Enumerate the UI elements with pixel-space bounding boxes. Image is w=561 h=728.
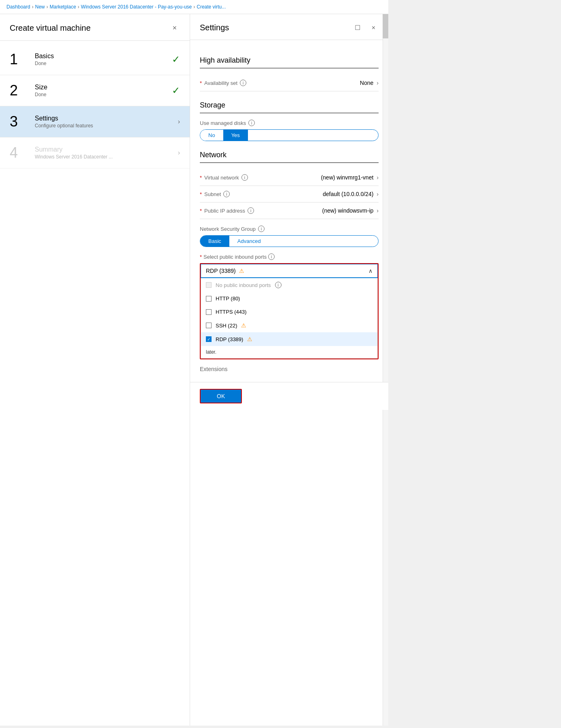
subnet-row[interactable]: * Subnet i default (10.0.0.0/24) › bbox=[200, 186, 379, 203]
step-1-check-icon: ✓ bbox=[172, 54, 180, 65]
virtual-network-value-text: (new) winvmrg1-vnet bbox=[321, 174, 373, 181]
breadcrumb: Dashboard › New › Marketplace › Windows … bbox=[0, 0, 388, 14]
managed-disks-toggle: No Yes bbox=[200, 129, 379, 141]
high-availability-section: High availability * Availability set i N… bbox=[200, 56, 379, 91]
checkbox-ssh bbox=[206, 323, 212, 328]
availability-set-label: * Availability set i bbox=[200, 80, 246, 86]
right-panel: Settings ☐ × High availability * Availab… bbox=[190, 14, 388, 726]
step-4-summary: 4 Summary Windows Server 2016 Datacenter… bbox=[0, 137, 190, 169]
subnet-value: default (10.0.0.0/24) › bbox=[323, 191, 379, 197]
rdp-warning-icon: ⚠ bbox=[247, 336, 252, 342]
breadcrumb-sep-1: › bbox=[32, 4, 34, 10]
breadcrumb-product[interactable]: Windows Server 2016 Datacenter - Pay-as-… bbox=[81, 4, 192, 10]
dropdown-item-none-info-icon[interactable]: i bbox=[275, 282, 282, 288]
scroll-thumb[interactable] bbox=[383, 14, 388, 38]
checkbox-none bbox=[206, 282, 212, 288]
network-section: Network * Virtual network i (new) winvmr… bbox=[200, 151, 379, 359]
availability-set-label-text: Availability set bbox=[204, 80, 237, 86]
step-1-basics[interactable]: 1 Basics Done ✓ bbox=[0, 44, 190, 75]
virtual-network-required-star: * bbox=[200, 175, 202, 181]
subnet-label-text: Subnet bbox=[204, 191, 221, 197]
maximize-button[interactable]: ☐ bbox=[351, 22, 364, 33]
public-ip-value: (new) windowsvm-ip › bbox=[322, 207, 379, 214]
step-2-subtitle: Done bbox=[35, 92, 169, 97]
dropdown-item-https[interactable]: HTTPS (443) bbox=[201, 305, 377, 319]
storage-title: Storage bbox=[200, 101, 379, 113]
breadcrumb-marketplace[interactable]: Marketplace bbox=[50, 4, 76, 10]
inbound-ports-label: * Select public inbound ports i bbox=[200, 253, 379, 260]
breadcrumb-create[interactable]: Create virtu... bbox=[197, 4, 226, 10]
inbound-ports-section: * Select public inbound ports i RDP (338… bbox=[200, 253, 379, 359]
breadcrumb-dashboard[interactable]: Dashboard bbox=[6, 4, 30, 10]
dropdown-selected-value: RDP (3389) ⚠ bbox=[206, 268, 244, 274]
checkbox-https bbox=[206, 309, 212, 315]
ok-button[interactable]: OK bbox=[200, 389, 242, 403]
checkbox-http bbox=[206, 296, 212, 302]
subnet-required-star: * bbox=[200, 191, 202, 197]
dropdown-selected-text: RDP (3389) bbox=[206, 268, 236, 274]
step-1-info: Basics Done bbox=[35, 53, 169, 66]
right-panel-title: Settings bbox=[200, 23, 229, 32]
right-panel-header: Settings ☐ × bbox=[190, 14, 388, 40]
extensions-label: Extensions bbox=[200, 359, 379, 376]
header-actions: ☐ × bbox=[351, 22, 379, 33]
checkbox-rdp: ✓ bbox=[206, 336, 212, 342]
step-2-size[interactable]: 2 Size Done ✓ bbox=[0, 75, 190, 106]
main-container: Create virtual machine × 1 Basics Done ✓… bbox=[0, 14, 388, 726]
dropdown-item-ssh[interactable]: SSH (22) ⚠ bbox=[201, 319, 377, 332]
availability-set-row[interactable]: * Availability set i None › bbox=[200, 75, 379, 91]
availability-set-info-icon[interactable]: i bbox=[240, 80, 246, 86]
inbound-ports-dropdown-header[interactable]: RDP (3389) ⚠ ∧ bbox=[201, 264, 378, 278]
public-ip-info-icon[interactable]: i bbox=[248, 207, 254, 214]
dropdown-warning-icon: ⚠ bbox=[239, 268, 244, 274]
nsg-info-icon[interactable]: i bbox=[258, 226, 265, 232]
ssh-warning-icon: ⚠ bbox=[241, 322, 246, 329]
subnet-info-icon[interactable]: i bbox=[223, 191, 230, 197]
nsg-toggle-group: Basic Advanced bbox=[200, 235, 379, 247]
step-4-subtitle: Windows Server 2016 Datacenter ... bbox=[35, 154, 175, 160]
steps-container: 1 Basics Done ✓ 2 Size Done ✓ 3 bbox=[0, 41, 190, 172]
virtual-network-chevron-icon: › bbox=[377, 174, 379, 181]
managed-disks-no-button[interactable]: No bbox=[200, 130, 223, 141]
inbound-ports-later-text: later. bbox=[201, 346, 377, 358]
availability-set-value: None › bbox=[360, 80, 379, 86]
dropdown-item-http[interactable]: HTTP (80) bbox=[201, 292, 377, 305]
managed-disks-yes-button[interactable]: Yes bbox=[223, 130, 248, 141]
step-3-subtitle: Configure optional features bbox=[35, 123, 175, 129]
right-panel-close-button[interactable]: × bbox=[368, 23, 379, 33]
ok-button-container: OK bbox=[190, 382, 388, 410]
virtual-network-row[interactable]: * Virtual network i (new) winvmrg1-vnet … bbox=[200, 169, 379, 186]
virtual-network-info-icon[interactable]: i bbox=[241, 174, 248, 181]
dropdown-item-none[interactable]: No public inbound ports i bbox=[201, 278, 377, 292]
left-panel-header: Create virtual machine × bbox=[0, 14, 190, 41]
step-1-subtitle: Done bbox=[35, 61, 169, 66]
step-3-number: 3 bbox=[10, 114, 30, 129]
public-ip-value-text: (new) windowsvm-ip bbox=[322, 207, 374, 214]
virtual-network-label-text: Virtual network bbox=[204, 175, 239, 181]
managed-disks-info-icon[interactable]: i bbox=[248, 120, 255, 126]
breadcrumb-new[interactable]: New bbox=[35, 4, 45, 10]
inbound-ports-dropdown-list: No public inbound ports i HTTP (80) bbox=[201, 278, 378, 359]
dropdown-chevron-up-icon: ∧ bbox=[368, 268, 373, 274]
inbound-ports-required-star: * bbox=[200, 254, 202, 260]
step-4-info: Summary Windows Server 2016 Datacenter .… bbox=[35, 146, 175, 160]
left-panel-close-button[interactable]: × bbox=[169, 22, 180, 34]
dropdown-item-http-label: HTTP (80) bbox=[216, 295, 240, 302]
managed-disks-field: Use managed disks i No Yes bbox=[200, 120, 379, 141]
left-panel: Create virtual machine × 1 Basics Done ✓… bbox=[0, 14, 190, 726]
nsg-advanced-button[interactable]: Advanced bbox=[229, 236, 269, 247]
public-ip-row[interactable]: * Public IP address i (new) windowsvm-ip… bbox=[200, 203, 379, 219]
nsg-basic-button[interactable]: Basic bbox=[200, 236, 229, 247]
step-4-title: Summary bbox=[35, 146, 175, 153]
step-2-check-icon: ✓ bbox=[172, 85, 180, 96]
extensions-label-text: Extensions bbox=[200, 366, 227, 372]
left-panel-title: Create virtual machine bbox=[10, 23, 91, 33]
breadcrumb-sep-2: › bbox=[47, 4, 48, 10]
step-3-settings[interactable]: 3 Settings Configure optional features › bbox=[0, 106, 190, 137]
high-availability-title: High availability bbox=[200, 56, 379, 68]
breadcrumb-sep-3: › bbox=[78, 4, 79, 10]
dropdown-item-rdp[interactable]: ✓ RDP (3389) ⚠ bbox=[201, 332, 377, 346]
availability-set-value-text: None bbox=[360, 80, 373, 86]
step-2-title: Size bbox=[35, 84, 169, 91]
inbound-ports-info-icon[interactable]: i bbox=[268, 253, 275, 260]
